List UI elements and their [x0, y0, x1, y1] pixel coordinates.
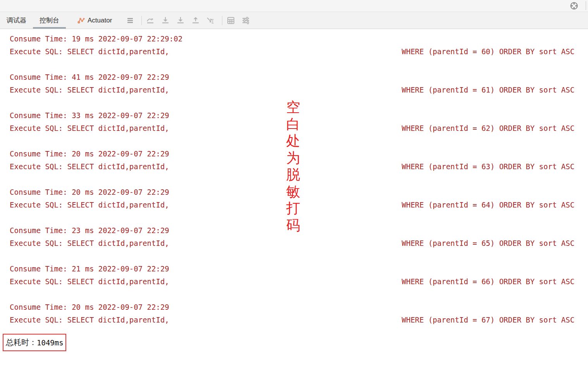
console-toolbar [126, 12, 256, 29]
tab-actuator[interactable]: Actuator [70, 12, 119, 29]
log-execute-sql: Execute SQL: SELECT dictId,parentId, [10, 199, 169, 211]
log-where-clause: WHERE (parentId = 62) ORDER BY sort ASC [402, 122, 574, 135]
menu-icon[interactable] [126, 16, 135, 25]
console-output: Consume Time: 19 ms 2022-09-07 22:29:02 … [0, 29, 588, 369]
log-execute-sql: Execute SQL: SELECT dictId,parentId, [10, 45, 169, 58]
log-where-clause: WHERE (parentId = 65) ORDER BY sort ASC [402, 237, 574, 250]
log-execute-sql: Execute SQL: SELECT dictId,parentId, [10, 237, 169, 250]
actuator-graph-icon [77, 17, 85, 24]
log-execute-sql: Execute SQL: SELECT dictId,parentId, [10, 122, 169, 135]
strip-divider [586, 1, 586, 10]
ide-window: 调试器 控制台 Actuator [0, 0, 588, 369]
log-consume-time: Consume Time: 23 ms 2022-09-07 22:29 [10, 224, 169, 237]
log-execute-sql: Execute SQL: SELECT dictId,parentId, [10, 84, 169, 96]
log-consume-time: Consume Time: 20 ms 2022-09-07 22:29 [10, 148, 169, 160]
log-consume-time: Consume Time: 20 ms 2022-09-07 22:29 [10, 186, 169, 199]
tab-console-label: 控制台 [40, 16, 59, 25]
log-where-clause: WHERE (parentId = 61) ORDER BY sort ASC [402, 84, 574, 96]
tab-debugger[interactable]: 调试器 [0, 12, 33, 29]
total-time-label: 总耗时： [6, 337, 37, 348]
log-consume-time: Consume Time: 20 ms 2022-09-07 22:29 [10, 301, 169, 314]
console-tab-bar: 调试器 控制台 Actuator [0, 12, 588, 29]
toolbar-separator [222, 16, 222, 25]
total-time-value: 1049ms [37, 338, 64, 347]
toolbar-separator [141, 16, 142, 25]
log-consume-time: Consume Time: 33 ms 2022-09-07 22:29 [10, 109, 169, 122]
log-execute-sql: Execute SQL: SELECT dictId,parentId, [10, 314, 169, 326]
log-consume-time: Consume Time: 19 ms 2022-09-07 22:29:02 [10, 33, 182, 45]
tab-actuator-label: Actuator [88, 17, 112, 24]
log-where-clause: WHERE (parentId = 66) ORDER BY sort ASC [402, 275, 574, 288]
log-where-clause: WHERE (parentId = 63) ORDER BY sort ASC [402, 160, 574, 173]
top-strip [0, 0, 588, 12]
step-over-arc-icon[interactable] [146, 16, 155, 25]
tab-console[interactable]: 控制台 [33, 12, 66, 29]
log-execute-sql: Execute SQL: SELECT dictId,parentId, [10, 160, 169, 173]
crosshair-target-icon[interactable] [569, 1, 579, 11]
total-time-box: 总耗时： 1049ms [3, 334, 66, 351]
redaction-watermark: 空白处为脱敏打码 [285, 99, 302, 233]
jump-to-end-icon[interactable] [161, 16, 170, 25]
log-consume-time: Consume Time: 21 ms 2022-09-07 22:29 [10, 263, 169, 275]
tab-debugger-label: 调试器 [7, 16, 26, 25]
scroll-down-icon[interactable] [176, 16, 185, 25]
filter-settings-icon[interactable] [241, 16, 251, 25]
scroll-to-cursor-icon[interactable] [206, 16, 215, 25]
log-where-clause: WHERE (parentId = 64) ORDER BY sort ASC [402, 199, 574, 211]
log-where-clause: WHERE (parentId = 67) ORDER BY sort ASC [402, 314, 574, 326]
debug-log-line: 2022-09-07 22:29:02[XNIO-1 task-1]DEBUGc… [5, 354, 588, 366]
scroll-up-icon[interactable] [191, 16, 200, 25]
log-where-clause: WHERE (parentId = 60) ORDER BY sort ASC [402, 45, 574, 58]
soft-wrap-grid-icon[interactable] [226, 16, 236, 25]
log-execute-sql: Execute SQL: SELECT dictId,parentId, [10, 275, 169, 288]
log-consume-time: Consume Time: 41 ms 2022-09-07 22:29 [10, 71, 169, 84]
